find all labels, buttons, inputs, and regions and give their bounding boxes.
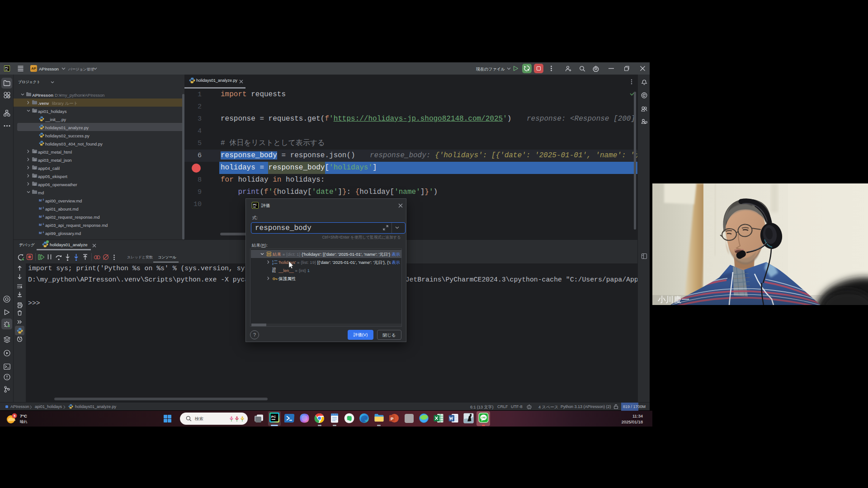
svg-text:5: 5 [14,414,15,418]
svg-text:M: M [39,223,42,227]
svg-text:PC: PC [253,203,257,206]
svg-text:M: M [39,198,42,202]
svg-text:?: ? [8,95,9,99]
svg-text:2: 2 [272,263,274,265]
svg-text:M: M [39,215,42,219]
svg-text:M: M [39,206,42,211]
svg-text:小川慶一: 小川慶一 [658,295,689,304]
svg-text:PC: PC [5,66,9,69]
svg-text:LINE: LINE [481,417,486,419]
svg-text:M: M [39,231,42,235]
svg-text:P: P [391,416,394,421]
svg-text:PC: PC [271,415,276,419]
